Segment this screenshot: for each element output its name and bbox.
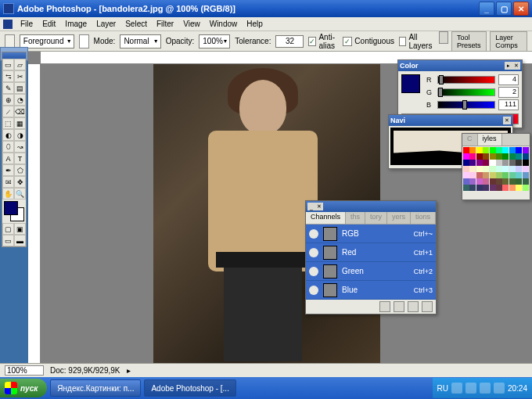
swatch-65[interactable]: [496, 185, 502, 191]
swatch-27[interactable]: [509, 160, 516, 166]
tolerance-input[interactable]: [275, 35, 304, 48]
swatch-20[interactable]: [463, 160, 469, 166]
swatch-64[interactable]: [490, 185, 496, 191]
tray-icon-3[interactable]: [480, 383, 491, 394]
swatch-44[interactable]: [490, 172, 496, 178]
b-value[interactable]: 111: [498, 99, 519, 110]
tab-layers[interactable]: yers: [387, 212, 411, 224]
blend-mode-dropdown[interactable]: Normal: [120, 34, 160, 49]
contiguous-checkbox[interactable]: [343, 37, 352, 46]
tool-2-1[interactable]: ▤: [14, 82, 26, 94]
delete-channel-icon[interactable]: [422, 301, 433, 312]
channel-row-green[interactable]: GreenCtrl+2: [306, 262, 436, 281]
swatch-23[interactable]: [483, 160, 489, 166]
menu-help[interactable]: Help: [242, 19, 268, 29]
visibility-icon[interactable]: [309, 248, 318, 257]
swatch-55[interactable]: [496, 178, 502, 185]
swatch-53[interactable]: [483, 178, 489, 185]
close-button[interactable]: ✕: [513, 2, 529, 16]
swatch-68[interactable]: [516, 185, 522, 191]
swatch-26[interactable]: [502, 160, 509, 166]
save-selection-icon[interactable]: [394, 301, 404, 312]
swatch-34[interactable]: [490, 166, 496, 172]
g-value[interactable]: 2: [498, 87, 519, 98]
tool-5-0[interactable]: ⬚: [2, 117, 14, 129]
channel-row-rgb[interactable]: RGBCtrl+~: [306, 225, 436, 243]
swatch-45[interactable]: [496, 172, 502, 178]
tool-8-0[interactable]: A: [2, 153, 14, 164]
swatch-39[interactable]: [523, 166, 529, 172]
tool-presets-tab[interactable]: Tool Presets: [451, 31, 487, 52]
opacity-input[interactable]: 100%: [199, 34, 230, 49]
menu-window[interactable]: Window: [205, 19, 243, 29]
swatch-66[interactable]: [502, 185, 509, 191]
swatch-13[interactable]: [483, 153, 489, 160]
channel-row-red[interactable]: RedCtrl+1: [306, 243, 436, 262]
swatch-35[interactable]: [496, 166, 502, 172]
antialias-checkbox[interactable]: [308, 37, 316, 46]
foreground-color[interactable]: [4, 201, 18, 215]
color-panel-menu[interactable]: ▸: [505, 62, 512, 70]
menu-file[interactable]: File: [16, 19, 38, 29]
tool-0-1[interactable]: ▱: [14, 59, 26, 70]
swatch-37[interactable]: [509, 166, 516, 172]
tray-icon-1[interactable]: [451, 383, 462, 394]
brushes-icon[interactable]: [439, 31, 448, 44]
taskbar-item-photoshop[interactable]: Adobe Photoshop - [...: [144, 379, 236, 397]
swatch-33[interactable]: [483, 166, 489, 172]
document-icon[interactable]: [3, 20, 13, 29]
swatch-18[interactable]: [516, 153, 522, 160]
tool-1-1[interactable]: ✂: [14, 70, 26, 82]
swatch-5[interactable]: [496, 147, 502, 153]
swatch-63[interactable]: [483, 185, 489, 191]
menu-image[interactable]: Image: [60, 19, 92, 29]
swatch-30[interactable]: [463, 166, 469, 172]
screen-mode-2[interactable]: ▬: [14, 235, 26, 246]
color-foreground-swatch[interactable]: [401, 74, 420, 93]
tool-2-0[interactable]: ✎: [2, 82, 14, 94]
swatch-11[interactable]: [469, 153, 476, 160]
tool-9-0[interactable]: ✒: [2, 164, 14, 176]
tab-actions[interactable]: tions: [411, 212, 436, 224]
visibility-icon[interactable]: [309, 286, 318, 295]
tab-channels[interactable]: Channels: [306, 212, 346, 224]
tool-3-1[interactable]: ◔: [14, 94, 26, 106]
channels-titlebar[interactable]: _ ✕: [306, 201, 436, 212]
clock[interactable]: 20:24: [508, 384, 527, 393]
paint-bucket-icon[interactable]: [5, 34, 15, 49]
start-button[interactable]: пуск: [0, 379, 47, 397]
ruler-vertical[interactable]: [28, 64, 41, 377]
tool-1-0[interactable]: ⥃: [2, 70, 14, 82]
navigator-titlebar[interactable]: Navi ✕: [389, 115, 512, 126]
swatch-51[interactable]: [469, 178, 476, 185]
swatch-4[interactable]: [490, 147, 496, 153]
channels-close[interactable]: ✕: [315, 203, 323, 210]
menu-select[interactable]: Select: [120, 19, 152, 29]
taskbar-item-yandex[interactable]: Яндекс.Картинки: п...: [50, 379, 141, 397]
tool-10-1[interactable]: ✥: [14, 176, 26, 188]
channels-min[interactable]: _: [307, 203, 315, 210]
swatch-22[interactable]: [476, 160, 483, 166]
navigator-close[interactable]: ✕: [503, 117, 511, 124]
swatch-32[interactable]: [476, 166, 483, 172]
color-panel-close[interactable]: ✕: [512, 62, 520, 70]
tool-7-0[interactable]: ⬯: [2, 141, 14, 153]
swatch-9[interactable]: [523, 147, 529, 153]
swatch-1[interactable]: [469, 147, 476, 153]
swatch-41[interactable]: [469, 172, 476, 178]
tool-5-1[interactable]: ▦: [14, 117, 26, 129]
menu-filter[interactable]: Filter: [152, 19, 178, 29]
menu-edit[interactable]: Edit: [38, 19, 60, 29]
swatch-57[interactable]: [509, 178, 516, 185]
maximize-button[interactable]: ▢: [496, 2, 512, 16]
tool-6-0[interactable]: ◐: [2, 129, 14, 141]
language-indicator[interactable]: RU: [437, 384, 448, 393]
swatch-61[interactable]: [469, 185, 476, 191]
swatch-0[interactable]: [463, 147, 469, 153]
swatch-50[interactable]: [463, 178, 469, 185]
load-selection-icon[interactable]: [379, 301, 390, 312]
swatch-21[interactable]: [469, 160, 476, 166]
swatch-3[interactable]: [483, 147, 489, 153]
swatch-56[interactable]: [502, 178, 509, 185]
swatch-28[interactable]: [516, 160, 522, 166]
